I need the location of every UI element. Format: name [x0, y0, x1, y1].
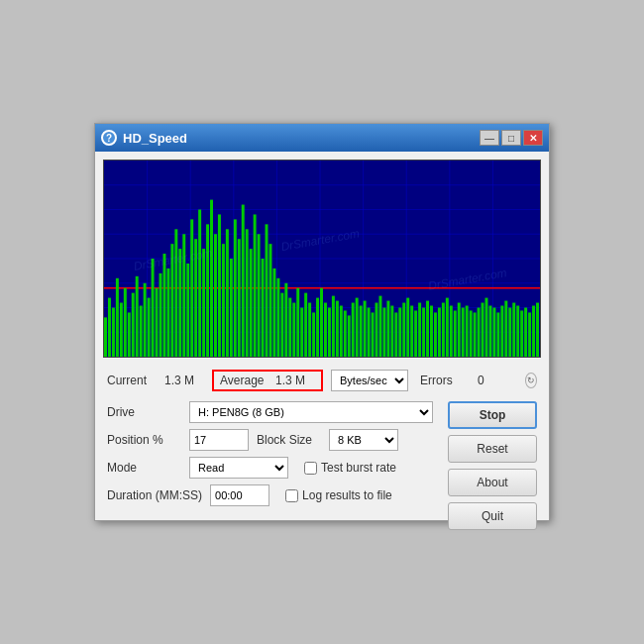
stop-button[interactable]: Stop — [448, 401, 537, 429]
svg-rect-126 — [532, 306, 535, 357]
drive-select[interactable]: H: PEN8G (8 GB) — [189, 401, 433, 423]
minimize-button[interactable]: — — [480, 130, 499, 146]
svg-rect-88 — [382, 308, 385, 358]
stats-row: Current 1.3 M Average 1.3 M Bytes/sec KB… — [95, 366, 549, 395]
svg-rect-67 — [300, 308, 303, 358]
svg-rect-73 — [324, 303, 327, 357]
mode-select[interactable]: Read Write — [189, 457, 288, 479]
svg-rect-92 — [398, 308, 401, 358]
mode-label: Mode — [107, 461, 181, 475]
svg-rect-86 — [376, 303, 378, 357]
svg-rect-124 — [524, 308, 527, 358]
svg-rect-97 — [418, 303, 421, 357]
svg-rect-44 — [210, 200, 213, 357]
blocksize-select[interactable]: 8 KB 16 KB 32 KB — [329, 429, 398, 451]
log-checkbox[interactable] — [285, 489, 298, 502]
mode-row: Mode Read Write Test burst rate — [107, 457, 433, 479]
svg-rect-57 — [262, 259, 265, 357]
svg-rect-80 — [352, 303, 355, 357]
svg-rect-24 — [132, 293, 135, 357]
svg-rect-108 — [462, 308, 465, 358]
svg-rect-103 — [442, 303, 445, 357]
svg-rect-61 — [276, 278, 279, 357]
svg-rect-64 — [288, 298, 291, 357]
svg-rect-78 — [344, 310, 347, 357]
duration-input[interactable] — [210, 484, 269, 506]
svg-rect-49 — [230, 259, 233, 357]
svg-rect-91 — [394, 312, 397, 357]
svg-rect-66 — [296, 288, 299, 357]
svg-rect-120 — [508, 308, 511, 358]
blocksize-label: Block Size — [257, 433, 321, 447]
close-button[interactable]: ✕ — [523, 130, 543, 146]
svg-rect-93 — [402, 303, 405, 357]
position-label: Position % — [107, 433, 181, 447]
svg-rect-28 — [148, 298, 151, 357]
svg-rect-43 — [206, 224, 209, 357]
svg-rect-98 — [422, 308, 425, 358]
drive-row: Drive H: PEN8G (8 GB) — [107, 401, 433, 423]
svg-rect-52 — [242, 205, 245, 357]
drive-label: Drive — [107, 405, 181, 419]
position-input[interactable] — [189, 429, 249, 451]
svg-rect-56 — [258, 234, 261, 357]
errors-label: Errors — [420, 374, 470, 387]
duration-row: Duration (MM:SS) Log results to file — [107, 484, 433, 506]
errors-refresh-icon[interactable]: ↻ — [525, 373, 537, 388]
svg-rect-94 — [406, 298, 409, 357]
svg-rect-125 — [528, 312, 531, 357]
svg-rect-71 — [316, 298, 319, 357]
svg-rect-25 — [136, 276, 139, 357]
svg-rect-69 — [308, 303, 311, 357]
svg-rect-35 — [174, 229, 177, 357]
about-button[interactable]: About — [448, 469, 537, 496]
svg-rect-45 — [214, 234, 217, 357]
svg-rect-48 — [226, 229, 229, 357]
svg-rect-74 — [328, 308, 331, 358]
burst-check-label[interactable]: Test burst rate — [304, 461, 396, 475]
maximize-button[interactable]: □ — [501, 130, 521, 146]
svg-rect-122 — [516, 306, 519, 357]
svg-rect-82 — [360, 306, 363, 357]
svg-rect-117 — [496, 312, 499, 357]
svg-rect-27 — [144, 283, 147, 357]
log-check-label[interactable]: Log results to file — [285, 488, 392, 502]
svg-rect-104 — [446, 298, 449, 357]
svg-rect-110 — [470, 310, 473, 357]
svg-rect-79 — [348, 315, 351, 357]
svg-rect-46 — [218, 214, 221, 357]
svg-rect-62 — [280, 293, 283, 357]
svg-rect-18 — [108, 298, 111, 357]
svg-rect-50 — [234, 219, 237, 357]
svg-rect-32 — [162, 254, 165, 357]
svg-rect-113 — [482, 303, 484, 357]
svg-rect-54 — [250, 249, 253, 357]
quit-button[interactable]: Quit — [448, 502, 537, 530]
svg-rect-106 — [454, 310, 457, 357]
svg-rect-84 — [368, 308, 371, 358]
button-column: Stop Reset About Quit — [448, 401, 537, 530]
svg-rect-72 — [320, 288, 323, 357]
svg-rect-42 — [202, 249, 205, 357]
svg-rect-87 — [378, 296, 381, 357]
average-highlight: Average 1.3 M — [212, 370, 323, 391]
svg-rect-19 — [112, 308, 115, 358]
svg-rect-116 — [492, 308, 495, 358]
svg-rect-83 — [364, 301, 367, 357]
svg-rect-85 — [372, 312, 375, 357]
svg-rect-114 — [485, 298, 488, 357]
reset-button[interactable]: Reset — [448, 435, 537, 463]
title-bar: ? HD_Speed — □ ✕ — [95, 124, 549, 152]
duration-label: Duration (MM:SS) — [107, 488, 202, 502]
svg-rect-33 — [166, 268, 169, 357]
svg-rect-51 — [238, 239, 241, 357]
svg-rect-39 — [190, 219, 193, 357]
svg-rect-68 — [304, 293, 307, 357]
svg-rect-96 — [414, 310, 417, 357]
svg-rect-100 — [430, 306, 433, 357]
svg-rect-76 — [336, 301, 339, 357]
unit-select[interactable]: Bytes/sec KB/sec MB/sec — [331, 370, 408, 391]
burst-checkbox[interactable] — [304, 462, 317, 475]
svg-rect-29 — [152, 259, 155, 357]
svg-rect-70 — [312, 312, 315, 357]
